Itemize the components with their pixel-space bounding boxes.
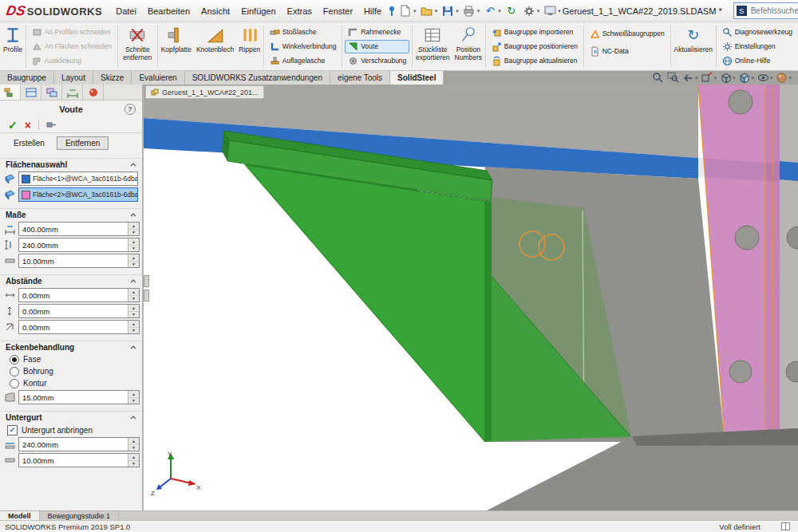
- menu-hilfe[interactable]: Hilfe: [358, 3, 387, 19]
- spin-up-icon[interactable]: ▲: [128, 438, 139, 445]
- menu-einfuegen[interactable]: Einfügen: [235, 3, 281, 19]
- spin-down-icon[interactable]: ▼: [128, 230, 139, 236]
- previous-view-icon[interactable]: ▾: [682, 72, 698, 84]
- radio-kontur[interactable]: Kontur: [0, 377, 142, 389]
- spin-down-icon[interactable]: ▼: [128, 445, 139, 451]
- toolbar-rebuild[interactable]: ↻: [504, 4, 519, 18]
- value-input[interactable]: [19, 289, 128, 301]
- help-icon[interactable]: ?: [124, 104, 136, 115]
- zoom-area-icon[interactable]: [667, 72, 679, 84]
- value-input[interactable]: [19, 321, 128, 333]
- toolbar-save[interactable]: ▾: [440, 4, 459, 18]
- section-eckenbehandlung[interactable]: Eckenbehandlung: [0, 341, 142, 353]
- radio-button[interactable]: [10, 367, 19, 376]
- spin-up-icon[interactable]: ▲: [128, 321, 139, 328]
- toolbar-print[interactable]: ▾: [462, 4, 480, 18]
- haunch-web-face[interactable]: [246, 165, 485, 442]
- radio-button[interactable]: [10, 379, 19, 388]
- corner-size-field[interactable]: ▲▼: [18, 390, 140, 404]
- dropdown-arrow-icon[interactable]: ▾: [558, 8, 561, 14]
- spin-down-icon[interactable]: ▼: [128, 296, 139, 302]
- ribbon-item-baugruppe-aktualisieren[interactable]: Baugruppe aktualisieren: [488, 54, 581, 68]
- graphics-viewport[interactable]: Geruest_1_1_WCA#22_201... Y X Z: [144, 85, 798, 510]
- mode-entfernen-button[interactable]: Entfernen: [57, 136, 109, 150]
- dropdown-arrow-icon[interactable]: ▾: [413, 8, 417, 14]
- tab-skizze[interactable]: Skizze: [93, 71, 132, 85]
- ribbon-item-rahmenecke[interactable]: Rahmenecke: [345, 26, 409, 39]
- spin-down-icon[interactable]: ▼: [128, 246, 139, 252]
- menu-ansicht[interactable]: Ansicht: [196, 3, 235, 19]
- panel-splitter-handle[interactable]: [144, 290, 149, 301]
- value-input[interactable]: [19, 223, 128, 235]
- ribbon-item-nc-data[interactable]: NC-Data: [587, 45, 668, 58]
- dimension-height-field[interactable]: ▲▼: [18, 238, 140, 252]
- display-style-icon[interactable]: ▾: [738, 72, 754, 84]
- value-input[interactable]: [19, 238, 128, 251]
- mode-erstellen-button[interactable]: Erstellen: [5, 136, 53, 150]
- dropdown-arrow-icon[interactable]: ▾: [456, 8, 459, 14]
- ok-button[interactable]: ✓: [8, 119, 18, 132]
- tab-evaluieren[interactable]: Evaluieren: [132, 71, 184, 85]
- offset-field-2[interactable]: ▲▼: [18, 304, 140, 318]
- toolbar-settings[interactable]: ▾: [522, 4, 540, 18]
- checkbox[interactable]: ✓: [7, 425, 18, 435]
- spin-up-icon[interactable]: ▲: [128, 238, 139, 246]
- tab-solidsteel[interactable]: SolidSteel: [390, 71, 444, 85]
- command-search[interactable]: S ▾: [733, 2, 798, 19]
- search-input[interactable]: [749, 6, 798, 16]
- ribbon-item-schweissbaugruppen[interactable]: Schweißbaugruppen: [587, 27, 668, 41]
- ribbon-item-online-hilfe[interactable]: Online-Hilfe: [719, 54, 796, 68]
- ribbon-item-an-flaechen-schneiden[interactable]: An Flächen schneiden: [29, 40, 115, 53]
- dropdown-arrow-icon[interactable]: ▾: [477, 8, 480, 14]
- ribbon-button-schnitte-entfernen[interactable]: Schnitte entfernen: [119, 23, 156, 69]
- spin-down-icon[interactable]: ▼: [128, 328, 139, 334]
- collapse-chevron-icon[interactable]: [130, 416, 136, 420]
- menu-fenster[interactable]: Fenster: [318, 3, 358, 19]
- toolbar-open[interactable]: ▾: [420, 4, 438, 18]
- spin-down-icon[interactable]: ▼: [128, 262, 139, 268]
- tab-zusatzanwendungen[interactable]: SOLIDWORKS Zusatzanwendungen: [185, 71, 330, 85]
- ribbon-item-verschraubung[interactable]: Verschraubung: [345, 54, 409, 68]
- cancel-button[interactable]: ×: [25, 119, 31, 132]
- section-abstaende[interactable]: Abstände: [0, 274, 142, 287]
- ribbon-item-baugruppe-importieren[interactable]: Baugruppe importieren: [488, 26, 581, 39]
- tab-baugruppe[interactable]: Baugruppe: [0, 71, 54, 85]
- spin-up-icon[interactable]: ▲: [128, 223, 139, 230]
- panel-splitter-handle[interactable]: [144, 275, 149, 287]
- ribbon-item-auflagelasche[interactable]: Auflagelasche: [267, 54, 340, 68]
- dimension-thickness-field[interactable]: ▲▼: [18, 254, 140, 268]
- hide-show-items-icon[interactable]: ▾: [757, 72, 773, 84]
- radio-bohrung[interactable]: Bohrung: [0, 365, 142, 377]
- ribbon-item-stosslasche[interactable]: Stoßlasche: [267, 26, 340, 39]
- ribbon-button-aktualisieren[interactable]: ↻ Aktualisieren: [671, 23, 715, 69]
- ribbon-button-kopfplatte[interactable]: Kopfplatte: [159, 23, 194, 69]
- dimxpertmanager-tab[interactable]: [62, 85, 83, 100]
- configurationmanager-tab[interactable]: [41, 85, 62, 100]
- tab-layout[interactable]: Layout: [54, 71, 93, 85]
- spin-down-icon[interactable]: ▼: [128, 312, 139, 318]
- collapse-chevron-icon[interactable]: [130, 213, 136, 217]
- offset-field-3[interactable]: ▲▼: [18, 320, 140, 334]
- ribbon-button-stueckliste[interactable]: Stückliste exportieren: [413, 23, 452, 69]
- view-orientation-icon[interactable]: ▾: [720, 72, 736, 84]
- ribbon-button-position-numbers[interactable]: Position Numbers: [452, 23, 484, 69]
- collapse-chevron-icon[interactable]: [130, 163, 136, 167]
- menu-bearbeiten[interactable]: Bearbeiten: [142, 3, 196, 19]
- collapse-chevron-icon[interactable]: [130, 279, 136, 283]
- ribbon-item-winkelverbindung[interactable]: Winkelverbindung: [267, 40, 340, 53]
- dimension-length-field[interactable]: ▲▼: [18, 222, 140, 236]
- menu-datei[interactable]: Datei: [110, 3, 142, 19]
- ribbon-item-an-profilen-schneiden[interactable]: An Profilen schneiden: [29, 26, 115, 39]
- ribbon-button-profile[interactable]: Profile: [1, 23, 25, 69]
- spin-up-icon[interactable]: ▲: [128, 305, 139, 312]
- tab-eigene-tools[interactable]: eigene Tools: [330, 71, 390, 85]
- dropdown-arrow-icon[interactable]: ▾: [498, 8, 501, 14]
- spin-up-icon[interactable]: ▲: [128, 254, 139, 262]
- menu-extras[interactable]: Extras: [282, 3, 318, 19]
- untergurt-width-field[interactable]: ▲▼: [18, 437, 140, 451]
- ribbon-button-knotenblech[interactable]: Knotenblech: [194, 23, 236, 69]
- featuremanager-tab[interactable]: [0, 85, 21, 100]
- edit-appearance-icon[interactable]: ▾: [776, 72, 792, 84]
- ribbon-item-voute[interactable]: Voute: [345, 40, 409, 53]
- beam-flange-sliver[interactable]: [780, 161, 798, 181]
